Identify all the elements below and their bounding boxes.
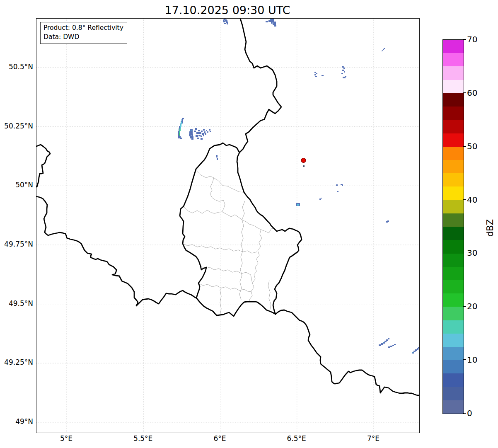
radar-echo-cell [345, 76, 346, 77]
radar-echo-cell [199, 132, 201, 134]
radar-echo-cell [201, 131, 203, 132]
colorbar-segment [443, 133, 464, 147]
radar-figure: 17.10.2025 09:30 UTC Product: 0.8° Refle… [0, 0, 498, 448]
colorbar-segment [443, 334, 464, 347]
colorbar-segment [443, 320, 464, 334]
colorbar-tick-label: 10 [467, 354, 477, 365]
colorbar-segment [443, 186, 464, 200]
radar-echo-cell [223, 19, 225, 21]
colorbar-segment [443, 66, 464, 80]
colorbar-segment [443, 254, 464, 267]
echo-lightslate [191, 19, 344, 136]
colorbar [442, 39, 464, 414]
region-border [222, 212, 274, 233]
colorbar-tick-mark [463, 199, 466, 200]
radar-echo-cell [191, 138, 193, 140]
radar-echo-cell [198, 135, 201, 136]
radar-echo-cell [382, 50, 383, 51]
radar-echo-cell [226, 22, 228, 23]
colorbar-segment [443, 147, 464, 160]
radar-echo-cell [322, 75, 324, 76]
radar-echo-cell [266, 21, 268, 22]
colorbar-tick-label: 40 [467, 194, 477, 205]
colorbar-segment [443, 173, 464, 186]
region-border [239, 201, 245, 300]
radar-echo-cell [388, 338, 389, 339]
colorbar-segment [443, 347, 464, 360]
colorbar-segment [443, 120, 464, 133]
region-border [184, 206, 222, 213]
radar-echo-cell [272, 22, 273, 24]
radar-echo-cell [179, 131, 180, 133]
radar-echo-cell [203, 135, 204, 136]
radar-echo-cell [203, 129, 205, 131]
colorbar-segment [443, 53, 464, 66]
radar-echo-cell [198, 130, 200, 131]
radar-echo-cell [216, 155, 218, 157]
radar-echo-cell [343, 66, 344, 67]
radar-echo-cell [319, 199, 321, 200]
figure-title: 17.10.2025 09:30 UTC [36, 3, 419, 17]
echo-slate [178, 19, 419, 354]
y-tick-label: 50°N [0, 181, 33, 189]
radar-echo-cell [225, 20, 227, 22]
radar-echo-cell [190, 136, 193, 138]
colorbar-tick-mark [463, 413, 466, 414]
colorbar-tick-mark [463, 146, 466, 147]
x-tick-label: 5°E [60, 434, 73, 443]
echo-steel [181, 19, 413, 353]
radar-echo-cell [342, 70, 344, 71]
radar-echo-cell [383, 49, 384, 50]
radar-echoes [178, 19, 419, 354]
colorbar-segment [443, 307, 464, 320]
colorbar-segment [443, 160, 464, 173]
radar-echo-cell [207, 131, 208, 133]
radar-echo-cell [315, 76, 317, 77]
colorbar-segment [443, 387, 464, 400]
x-tick-label: 7°E [367, 434, 380, 443]
radar-echo-cell [209, 129, 210, 131]
radar-echo-cell [179, 128, 181, 131]
border-france-belgium-bulge [36, 145, 50, 187]
y-tick-label: 49.5°N [0, 299, 33, 308]
y-tick-label: 49.25°N [0, 358, 33, 366]
radar-echo-cell [392, 345, 394, 346]
region-border [201, 266, 252, 283]
country-borders [36, 19, 419, 395]
radar-echo-cell [182, 118, 184, 119]
radar-echo-cell [394, 344, 396, 345]
radar-echo-cell [194, 131, 196, 132]
radar-echo-cell [206, 130, 207, 131]
colorbar-unit-label: dBZ [485, 219, 495, 237]
canton-borders [183, 170, 274, 315]
radar-echo-cell [223, 21, 225, 22]
border-france-belgium [36, 196, 196, 306]
radar-echo-cell [191, 130, 192, 131]
radar-echo-cell [343, 68, 345, 69]
radar-echo-cell [196, 132, 199, 134]
colorbar-tick-label: 30 [467, 247, 477, 258]
colorbar-tick-label: 0 [467, 408, 472, 419]
radar-echo-cell [227, 23, 228, 24]
colorbar-segment [443, 213, 464, 227]
colorbar-segment [443, 373, 464, 387]
radar-echo-cell [344, 71, 345, 73]
colorbar-segment [443, 360, 464, 373]
echo-green [179, 133, 180, 136]
radar-echo-cell [342, 185, 343, 186]
radar-echo-cell [180, 124, 181, 127]
colorbar-tick-label: 70 [467, 34, 477, 45]
colorbar-tick-mark [463, 306, 466, 307]
radar-echo-cell [314, 74, 316, 75]
x-tick-label: 6.5°E [287, 434, 306, 443]
radar-echo-cell [303, 165, 305, 167]
radar-echo-cell [181, 122, 182, 124]
radar-echo-cell [181, 119, 182, 121]
radar-echo-cell [205, 133, 206, 135]
colorbar-tick-mark [463, 359, 466, 360]
radar-echo-cell [201, 136, 202, 137]
colorbar-tick-mark [463, 253, 466, 254]
colorbar-segment [443, 93, 464, 107]
radar-echo-cell [179, 133, 180, 136]
radar-site-dot [301, 158, 306, 163]
